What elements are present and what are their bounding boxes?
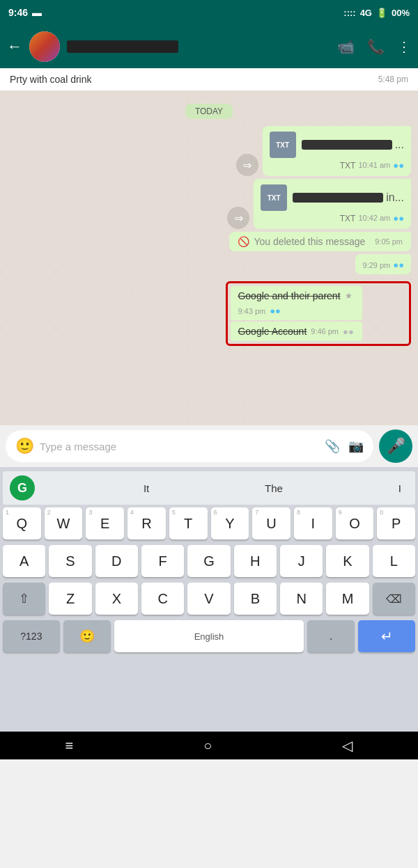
message-time: 9:43 pm [238,307,265,315]
forward-icon-wrap: ⇒ [227,179,249,229]
message-time: 9:46 pm [311,327,339,336]
key-q[interactable]: 1Q [3,507,41,539]
suggestion-1[interactable]: It [137,480,156,497]
key-r[interactable]: 4R [127,507,166,539]
key-m[interactable]: M [326,583,369,615]
message-row: 🚫 You deleted this message 9:05 pm [7,232,411,251]
shift-key[interactable]: ⇧ [3,583,45,615]
nav-back-icon[interactable]: ◁ [342,737,353,754]
period-key[interactable]: . [307,620,355,652]
message-time: 10:41 am [358,161,390,169]
nav-menu-icon[interactable]: ≡ [65,738,74,754]
keyboard-row-1: 1Q 2W 3E 4R 5T 6Y 7U 8I 9O 0P [3,507,415,539]
blocked-icon: 🚫 [238,236,249,247]
strikethrough-bubble-2[interactable]: Google Account 9:46 pm ●● [231,322,362,341]
emoji-key[interactable]: 🙂 [63,620,111,652]
keyboard: G It The I 1Q 2W 3E 4R 5T 6Y 7U 8I 9O 0P… [0,467,418,732]
key-b[interactable]: B [234,583,277,615]
delete-key[interactable]: ⌫ [373,583,415,615]
enter-key[interactable]: ↵ [358,620,415,652]
grammarly-icon: G [10,475,35,500]
read-tick: ●● [393,213,404,223]
message-row: ⇒ TXT ... TXT 10:41 am ●● [7,126,411,176]
read-tick: ●● [270,306,281,316]
key-y[interactable]: 6Y [211,507,249,539]
key-o[interactable]: 9O [336,507,374,539]
forward-icon-wrap: ⇒ [236,126,258,176]
date-separator: TODAY [7,104,411,119]
key-a[interactable]: A [3,545,45,577]
battery-level: 00% [392,8,410,18]
message-bubble[interactable]: 9:29 pm ●● [355,254,411,274]
sim-icon: ▬ [32,7,42,18]
message-time: 10:42 am [358,214,390,222]
last-message-time: 5:48 pm [378,74,408,84]
key-i[interactable]: 8I [294,507,332,539]
key-k[interactable]: K [326,545,369,577]
emoji-input-icon[interactable]: 🙂 [15,437,34,455]
bottom-navigation: ≡ ○ ◁ [0,732,418,759]
highlighted-box: Google and their parent ★ 9:43 pm ●● Goo… [226,281,411,346]
key-p[interactable]: 0P [377,507,415,539]
status-left: 9:46 ▬ [8,7,42,18]
key-z[interactable]: Z [49,583,91,615]
input-placeholder: Type a message [40,441,319,452]
read-tick: ●● [393,260,404,270]
file-bubble-1[interactable]: TXT ... TXT 10:41 am ●● [263,126,411,176]
message-time: 9:05 pm [375,237,403,246]
key-t[interactable]: 5T [169,507,208,539]
keyboard-row-3: ⇧ Z X C V B N M ⌫ [3,583,415,615]
nav-home-icon[interactable]: ○ [203,738,212,754]
chat-area[interactable]: TODAY ⇒ TXT ... TXT 10:41 am ●● [0,91,418,425]
suggestion-3[interactable]: I [392,480,408,497]
contact-avatar[interactable] [29,31,60,62]
file-row: TXT in... [261,184,404,211]
attachment-icon[interactable]: 📎 [325,439,340,454]
suggestion-2[interactable]: The [258,480,290,497]
key-w[interactable]: 2W [45,507,83,539]
file-bubble-2[interactable]: TXT in... TXT 10:42 am ●● [254,179,411,229]
more-options-icon[interactable]: ⋮ [397,38,411,55]
key-u[interactable]: 7U [252,507,291,539]
message-input-field[interactable]: 🙂 Type a message 📎 📷 [6,430,373,462]
date-badge: TODAY [185,104,233,119]
strikethrough-text-2: Google Account [238,326,307,337]
key-d[interactable]: D [95,545,138,577]
key-j[interactable]: J [280,545,323,577]
strikethrough-bubble-1[interactable]: Google and their parent ★ 9:43 pm ●● [231,286,362,320]
bubble-meta: 9:29 pm ●● [362,260,404,270]
mic-button[interactable]: 🎤 [379,429,412,463]
network-type: 4G [360,8,372,18]
forward-icon[interactable]: ⇒ [227,207,249,229]
deleted-message-bubble: 🚫 You deleted this message 9:05 pm [229,232,411,251]
deleted-text: You deleted this message [254,236,365,247]
key-e[interactable]: 3E [86,507,124,539]
contact-name-redacted [67,40,178,53]
status-bar: 9:46 ▬ :::: 4G 🔋 00% [0,0,418,25]
key-v[interactable]: V [187,583,230,615]
symbols-key[interactable]: ?123 [3,620,60,652]
battery-icon: 🔋 [376,8,387,18]
key-x[interactable]: X [95,583,138,615]
forward-icon[interactable]: ⇒ [236,154,258,176]
key-f[interactable]: F [141,545,184,577]
status-time: 9:46 [8,7,28,18]
key-n[interactable]: N [280,583,323,615]
chat-header: ← 📹 📞 ⋮ [0,25,418,68]
space-key[interactable]: English [114,620,304,652]
key-l[interactable]: L [373,545,415,577]
last-message-strip: Prty with coal drink 5:48 pm [0,68,418,91]
message-row: ⇒ TXT in... TXT 10:42 am ●● [7,179,411,229]
last-message-text: Prty with coal drink [10,74,91,85]
camera-icon[interactable]: 📷 [348,439,364,454]
video-call-icon[interactable]: 📹 [337,38,355,55]
keyboard-row-2: A S D F G H J K L [3,545,415,577]
back-button[interactable]: ← [7,38,22,56]
voice-call-icon[interactable]: 📞 [367,38,385,55]
file-name-redacted [302,140,392,150]
key-s[interactable]: S [49,545,91,577]
key-h[interactable]: H [234,545,277,577]
key-g[interactable]: G [187,545,230,577]
contact-info[interactable] [67,40,330,53]
key-c[interactable]: C [141,583,184,615]
